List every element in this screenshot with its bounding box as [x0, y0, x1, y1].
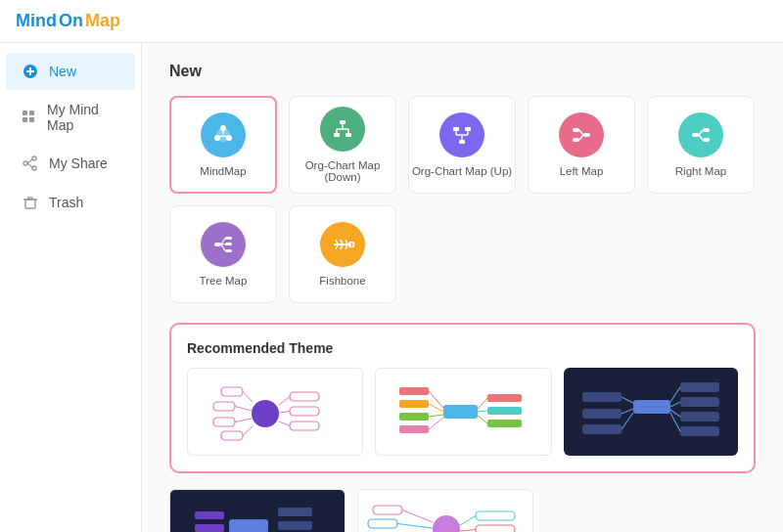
svg-line-124	[460, 516, 476, 526]
tree-map-label: Tree Map	[200, 275, 248, 287]
svg-point-60	[252, 400, 279, 427]
svg-rect-93	[680, 397, 719, 407]
svg-rect-122	[476, 525, 515, 532]
right-map-label: Right Map	[675, 165, 726, 177]
sidebar-item-trash-label: Trash	[49, 195, 83, 210]
map-card-tree-map[interactable]: Tree Map	[169, 205, 277, 303]
svg-rect-95	[680, 412, 719, 421]
svg-line-43	[699, 130, 703, 135]
svg-line-125	[460, 530, 476, 532]
svg-rect-40	[692, 133, 699, 137]
svg-line-39	[579, 135, 583, 140]
more-theme-card-1[interactable]	[169, 489, 345, 532]
theme-card-2[interactable]	[375, 368, 551, 456]
svg-rect-82	[399, 425, 429, 433]
new-section-title: New	[169, 63, 756, 80]
svg-point-15	[220, 125, 226, 131]
svg-rect-42	[703, 138, 710, 142]
svg-line-70	[279, 397, 290, 406]
svg-line-85	[478, 398, 487, 409]
mindmap-label: MindMap	[200, 165, 246, 177]
svg-rect-12	[25, 200, 35, 208]
svg-rect-101	[582, 409, 622, 419]
svg-rect-29	[453, 127, 459, 131]
svg-rect-3	[23, 111, 27, 115]
map-card-org-down[interactable]: Org-Chart Map (Down)	[289, 96, 396, 194]
svg-rect-113	[373, 506, 402, 514]
map-card-right-map[interactable]: Right Map	[647, 96, 755, 194]
svg-line-11	[27, 163, 32, 167]
sidebar-item-my-share-label: My Share	[49, 155, 108, 171]
layout: New My Mind Map My Share Trash New	[0, 43, 783, 532]
svg-rect-99	[582, 392, 622, 402]
svg-rect-78	[399, 400, 429, 408]
svg-rect-30	[465, 127, 471, 131]
svg-rect-45	[214, 243, 221, 246]
svg-line-44	[699, 135, 703, 140]
right-map-icon-circle	[678, 112, 723, 157]
svg-rect-86	[487, 407, 522, 415]
svg-line-104	[622, 413, 633, 429]
sidebar-item-my-mind-map-label: My Mind Map	[47, 102, 119, 133]
svg-rect-61	[221, 387, 243, 396]
recommended-theme-section: Recommended Theme	[169, 323, 756, 473]
svg-point-17	[214, 135, 220, 141]
svg-point-7	[32, 156, 36, 160]
svg-line-87	[478, 411, 487, 412]
logo-map: Map	[85, 11, 120, 31]
svg-line-38	[579, 130, 583, 135]
logo: MindOnMap	[16, 11, 120, 31]
svg-line-64	[235, 407, 252, 412]
svg-rect-37	[573, 138, 579, 142]
fishbone-label: Fishbone	[319, 275, 365, 287]
svg-rect-80	[399, 413, 429, 421]
left-map-icon-circle	[559, 112, 604, 157]
svg-rect-47	[225, 243, 232, 245]
svg-rect-4	[29, 111, 34, 115]
org-down-label: Org-Chart Map (Down)	[290, 159, 395, 183]
map-card-fishbone[interactable]: Fishbone	[289, 205, 396, 303]
theme-card-1[interactable]	[187, 368, 363, 456]
tree-map-icon-circle	[201, 222, 246, 267]
svg-line-102	[622, 409, 633, 414]
svg-point-8	[32, 166, 36, 170]
map-card-mindmap[interactable]: MindMap	[169, 96, 277, 194]
svg-rect-6	[29, 117, 34, 122]
sidebar-item-my-mind-map[interactable]: My Mind Map	[6, 92, 135, 143]
svg-line-68	[243, 426, 253, 436]
theme-card-3[interactable]	[564, 368, 738, 456]
svg-line-10	[27, 159, 32, 163]
map-card-left-map[interactable]: Left Map	[528, 96, 635, 194]
svg-line-74	[279, 421, 290, 426]
map-card-org-up[interactable]: Org-Chart Map (Up)	[408, 96, 516, 194]
sidebar-item-trash[interactable]: Trash	[6, 184, 135, 221]
main-content: New MindMap	[142, 43, 783, 532]
sidebar-item-new[interactable]: New	[6, 53, 135, 90]
svg-rect-105	[229, 519, 268, 532]
more-theme-card-2[interactable]	[357, 489, 533, 532]
svg-line-100	[622, 397, 633, 403]
svg-rect-91	[680, 382, 719, 392]
org-up-icon-circle	[439, 112, 484, 157]
recommended-theme-title: Recommended Theme	[187, 340, 738, 356]
svg-rect-36	[573, 128, 579, 132]
svg-point-16	[226, 135, 232, 141]
svg-rect-23	[345, 133, 351, 137]
theme-grid	[187, 368, 738, 456]
svg-rect-69	[290, 392, 319, 401]
svg-line-94	[670, 402, 680, 407]
svg-point-112	[433, 515, 460, 532]
svg-line-117	[402, 510, 433, 523]
share-icon	[22, 155, 39, 172]
fishbone-icon-circle	[320, 222, 365, 267]
svg-point-9	[23, 161, 27, 165]
svg-rect-76	[399, 387, 429, 395]
svg-rect-41	[703, 128, 710, 132]
svg-rect-48	[225, 249, 232, 252]
svg-line-89	[478, 416, 487, 423]
svg-rect-73	[290, 421, 319, 430]
svg-rect-121	[476, 511, 515, 520]
svg-rect-110	[195, 524, 224, 532]
sidebar-item-my-share[interactable]: My Share	[6, 145, 135, 182]
org-down-icon-circle	[320, 107, 365, 152]
